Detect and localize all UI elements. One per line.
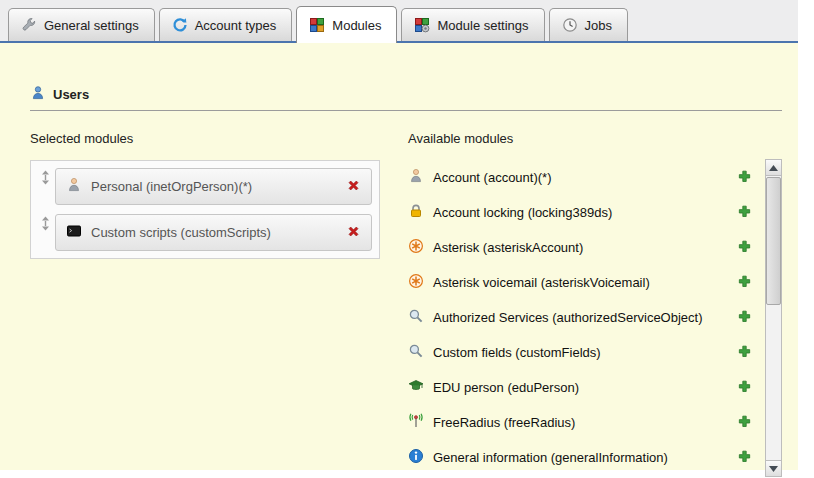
available-module-label: Asterisk voicemail (asteriskVoicemail) [433,275,650,290]
antenna-icon [408,413,424,432]
add-module-button[interactable] [737,309,752,327]
person-icon [408,168,424,187]
blocks-gear-icon [414,17,430,33]
add-icon [737,274,752,292]
add-icon [737,414,752,432]
available-modules-column: Available modules Account (account)(*) [408,131,782,475]
add-module-button[interactable] [737,344,752,362]
graduation-icon [408,378,424,397]
info-icon [408,448,424,467]
scrollbar-thumb[interactable] [766,177,781,305]
blocks-icon [309,17,325,33]
tab-account-types[interactable]: Account types [159,8,293,41]
delete-icon [346,178,361,196]
list-item: Account (account)(*) [408,160,752,195]
list-item: EDU person (eduPerson) [408,370,752,405]
tab-modules[interactable]: Modules [296,6,397,43]
person-icon [66,177,82,196]
modules-columns: Selected modules Personal (inetOrgPerson… [30,131,782,475]
available-module-label: Account (account)(*) [433,170,552,185]
available-module-label: Custom fields (customFields) [433,345,601,360]
list-item: Authorized Services (authorizedServiceOb… [408,300,752,335]
selected-module-row: Personal (inetOrgPerson)(*) [55,168,372,205]
tab-label: General settings [44,18,139,33]
add-module-button[interactable] [737,379,752,397]
add-module-button[interactable] [737,204,752,222]
magnifier-icon [408,308,424,327]
users-section-header: Users [30,85,782,111]
add-icon [737,379,752,397]
available-modules-heading: Available modules [408,131,752,146]
add-module-button[interactable] [737,169,752,187]
section-title: Users [53,87,89,102]
remove-module-button[interactable] [346,224,361,242]
remove-module-button[interactable] [346,178,361,196]
asterisk-icon [408,238,424,257]
selected-modules-column: Selected modules Personal (inetOrgPerson… [30,131,380,475]
available-modules-scrollbar[interactable] [765,159,782,477]
selected-modules-box: Personal (inetOrgPerson)(*) [30,160,380,259]
selected-module-label: Custom scripts (customScripts) [91,225,271,240]
scroll-down-arrow[interactable] [766,460,781,476]
modules-tab-content: Users Selected modules Person [0,43,798,475]
clock-icon [562,17,578,33]
available-module-label: General information (generalInformation) [433,450,668,465]
list-item: Asterisk (asteriskAccount) [408,230,752,265]
available-module-label: Account locking (locking389ds) [433,205,612,220]
wrench-icon [21,17,37,33]
selected-modules-heading: Selected modules [30,131,380,146]
add-icon [737,169,752,187]
user-icon [30,85,46,104]
add-icon [737,204,752,222]
tab-label: Jobs [585,18,612,33]
add-icon [737,344,752,362]
scroll-up-arrow[interactable] [766,160,781,176]
available-module-label: EDU person (eduPerson) [433,380,579,395]
selected-module-row: Custom scripts (customScripts) [55,214,372,251]
magnifier-icon [408,343,424,362]
available-module-label: FreeRadius (freeRadius) [433,415,575,430]
config-tabbar: General settings Account types Modules M… [0,0,798,43]
tab-jobs[interactable]: Jobs [549,8,628,41]
delete-icon [346,224,361,242]
list-item: Custom fields (customFields) [408,335,752,370]
available-module-label: Asterisk (asteriskAccount) [433,240,583,255]
drag-handle-icon[interactable] [38,168,52,205]
tab-label: Modules [332,18,381,33]
add-module-button[interactable] [737,414,752,432]
list-item: Account locking (locking389ds) [408,195,752,230]
add-icon [737,449,752,467]
list-item: Personal (inetOrgPerson)(*) [38,168,372,205]
available-module-label: Authorized Services (authorizedServiceOb… [433,310,703,325]
tab-label: Account types [195,18,277,33]
add-module-button[interactable] [737,449,752,467]
list-item: General information (generalInformation) [408,440,752,475]
selected-module-label: Personal (inetOrgPerson)(*) [91,179,252,194]
lam-configuration-window: General settings Account types Modules M… [0,0,798,470]
add-module-button[interactable] [737,274,752,292]
lock-icon [408,203,424,222]
list-item: Asterisk voicemail (asteriskVoicemail) [408,265,752,300]
refresh-icon [172,17,188,33]
tab-general-settings[interactable]: General settings [8,8,155,41]
add-icon [737,309,752,327]
drag-handle-icon[interactable] [38,214,52,251]
add-icon [737,239,752,257]
add-module-button[interactable] [737,239,752,257]
list-item: FreeRadius (freeRadius) [408,405,752,440]
terminal-icon [66,223,82,242]
asterisk-icon [408,273,424,292]
tab-label: Module settings [437,18,528,33]
list-item: Custom scripts (customScripts) [38,214,372,251]
tab-module-settings[interactable]: Module settings [401,8,544,41]
